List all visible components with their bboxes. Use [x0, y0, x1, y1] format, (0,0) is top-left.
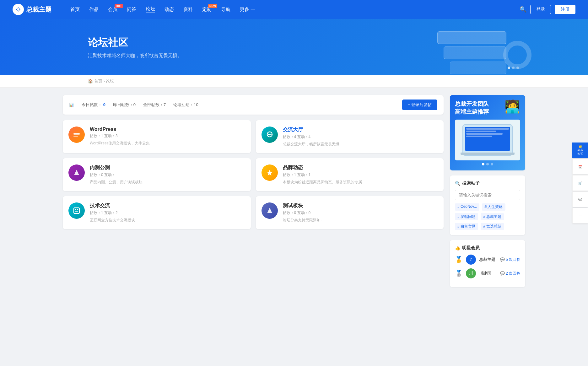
header-right: 🔍 登录 注册	[520, 5, 575, 14]
stats-icon: 📊	[69, 103, 74, 107]
search-tag-2[interactable]: # 人生策略	[482, 203, 505, 211]
svg-rect-3	[73, 136, 78, 137]
main-header: 总裁主题 首页 作品 会员 HOT 问答 论坛 动态 资料 定制 NEW 导航 …	[0, 0, 588, 19]
nav-forum[interactable]: 论坛	[146, 6, 155, 13]
forum-grid: WordPress 帖数：1 互动：3 WordPress使用交流板块，大牛云集…	[63, 120, 444, 229]
login-button[interactable]: 登录	[530, 5, 551, 14]
forum-icon-exchange	[262, 126, 278, 143]
server-row-3	[450, 62, 506, 74]
member-item-2[interactable]: 🥈 川 川建国 💬 2 次回答	[455, 268, 520, 278]
forum-icon-test	[262, 202, 278, 219]
search-icon[interactable]: 🔍	[520, 6, 526, 13]
more-icon: ⋯	[579, 214, 582, 218]
nav-resource[interactable]: 资料	[183, 7, 193, 13]
forum-icon-beta	[68, 164, 85, 181]
breadcrumb-current: 论坛	[106, 79, 114, 83]
forum-content: 📊 今日帖数： 0 昨日帖数：0 全部帖数：7 论坛互动：10 + 登录后发帖	[63, 95, 444, 292]
forum-card-brand[interactable]: 品牌动态 帖数：1 互动：1 本板块为粉丝近距离品牌动态、服务资讯的专属...	[256, 158, 444, 191]
svg-rect-11	[77, 209, 78, 210]
chat-icon: 💬	[578, 198, 582, 201]
svg-marker-13	[267, 208, 272, 213]
forum-info-exchange: 交流大厅 帖数：4 互动：4 总裁交流大厅，畅所欲言无畏无惧	[283, 126, 438, 147]
float-btn-vip[interactable]: 👑 会员购买	[572, 143, 588, 158]
hero-illustration	[437, 25, 538, 72]
svg-rect-2	[73, 134, 80, 135]
nav-works[interactable]: 作品	[89, 7, 99, 13]
home-icon: 🏠	[88, 79, 93, 83]
forum-card-wordpress[interactable]: WordPress 帖数：1 互动：3 WordPress使用交流板块，大牛云集	[63, 120, 251, 153]
crown-icon: 👑	[579, 145, 582, 148]
laptop-screen	[465, 127, 510, 151]
nav-home[interactable]: 首页	[70, 7, 80, 13]
nav-custom[interactable]: 定制 NEW	[202, 7, 212, 13]
search-card-icon: 🔍	[455, 181, 460, 186]
nav-member[interactable]: 会员 HOT	[108, 7, 117, 13]
forum-name-wordpress: WordPress	[90, 126, 245, 132]
post-button[interactable]: + 登录后发帖	[402, 100, 437, 110]
forum-desc-brand: 本板块为粉丝近距离品牌动态、服务资讯的专属...	[283, 180, 438, 185]
vip-label: 会员购买	[577, 148, 583, 156]
search-tag-4[interactable]: # 总裁主题	[481, 213, 504, 220]
cart-icon: 🛒	[578, 181, 582, 185]
register-button[interactable]: 注册	[555, 5, 575, 14]
members-title: 👍 明星会员	[455, 245, 520, 251]
forum-info-test: 测试板块 帖数：0 互动：0 论坛分类支持无限添加~	[283, 202, 438, 223]
float-buttons: 👑 会员购买 📅 🛒 💬 ⋯	[572, 143, 588, 223]
forum-interactions: 论坛互动：10	[173, 102, 198, 108]
forum-desc-test: 论坛分类支持无限添加~	[283, 218, 438, 223]
svg-point-0	[17, 8, 19, 11]
search-tag-3[interactable]: # 发帖问题	[455, 213, 478, 220]
float-btn-chat[interactable]: 💬	[572, 191, 588, 207]
float-btn-calendar[interactable]: 📅	[572, 159, 588, 175]
forum-card-test[interactable]: 测试板块 帖数：0 互动：0 论坛分类支持无限添加~	[256, 196, 444, 229]
member-item-1[interactable]: 🥇 Z 总裁主题 💬 5 次回答	[455, 255, 520, 265]
forum-icon-tech	[68, 202, 85, 219]
right-sidebar: 总裁开发团队高端主题推荐 🧑‍💻	[450, 95, 525, 292]
forum-meta-exchange: 帖数：4 互动：4	[283, 134, 438, 140]
search-tag-1[interactable]: # CeoNov...	[455, 203, 479, 211]
promo-dot-1	[482, 163, 484, 165]
member-avatar-1: Z	[466, 255, 476, 265]
stats-bar: 📊 今日帖数： 0 昨日帖数：0 全部帖数：7 论坛互动：10 + 登录后发帖	[63, 95, 444, 115]
forum-name-beta: 内测公测	[90, 164, 245, 171]
stats-left: 📊 今日帖数： 0 昨日帖数：0 全部帖数：7 论坛互动：10	[69, 102, 198, 108]
member-name-1: 总裁主题	[479, 257, 497, 262]
logo[interactable]: 总裁主题	[13, 4, 51, 15]
float-btn-cart[interactable]: 🛒	[572, 175, 588, 191]
members-card: 👍 明星会员 🥇 Z 总裁主题 💬 5 次回答 🥈 川 川建国 💬 2 次回答	[450, 240, 525, 287]
forum-desc-wordpress: WordPress使用交流板块，大牛云集	[90, 141, 245, 146]
new-badge: NEW	[208, 4, 217, 8]
reply-icon-1: 💬	[500, 257, 505, 262]
search-tag-6[interactable]: # 竞选总结	[481, 223, 504, 230]
forum-icon-wordpress	[68, 126, 85, 143]
hero-section: 论坛社区 汇聚技术领域名师大咖，畅所欲言无畏无惧。	[0, 19, 588, 75]
breadcrumb-separator: ›	[103, 79, 106, 83]
nav-qa[interactable]: 问答	[127, 7, 136, 13]
nav-guide[interactable]: 导航	[221, 7, 230, 13]
search-tag-5[interactable]: # 白富官网	[455, 223, 478, 230]
svg-rect-9	[74, 208, 79, 213]
promo-dot-2	[486, 163, 489, 165]
forum-info-brand: 品牌动态 帖数：1 互动：1 本板块为粉丝近距离品牌动态、服务资讯的专属...	[283, 164, 438, 185]
forum-desc-exchange: 总裁交流大厅，畅所欲言无畏无惧	[283, 142, 438, 147]
float-btn-more[interactable]: ⋯	[572, 208, 588, 223]
server-row-1	[437, 31, 506, 44]
nav-dynamic[interactable]: 动态	[165, 7, 174, 13]
server-row-2	[444, 46, 506, 59]
svg-point-7	[270, 134, 272, 135]
forum-meta-brand: 帖数：1 互动：1	[283, 172, 438, 178]
laptop-mockup	[462, 124, 513, 156]
search-input[interactable]	[455, 190, 520, 200]
total-posts: 全部帖数：7	[143, 102, 166, 108]
svg-rect-12	[75, 211, 78, 212]
logo-icon	[13, 4, 24, 15]
members-icon: 👍	[455, 245, 460, 250]
svg-point-6	[269, 134, 270, 135]
hero-title: 论坛社区	[88, 36, 182, 50]
forum-card-beta[interactable]: 内测公测 帖数：0 互动： 产品内测、公测、用户访谈板块	[63, 158, 251, 191]
forum-card-tech[interactable]: 技术交流 帖数：1 互动：2 互联网全方位技术交流板块	[63, 196, 251, 229]
nav-more[interactable]: 更多 一	[240, 7, 255, 13]
forum-card-exchange[interactable]: 交流大厅 帖数：4 互动：4 总裁交流大厅，畅所欲言无畏无惧	[256, 120, 444, 153]
promo-banner[interactable]: 总裁开发团队高端主题推荐 🧑‍💻	[450, 95, 525, 170]
breadcrumb-home[interactable]: 首页	[94, 79, 102, 83]
